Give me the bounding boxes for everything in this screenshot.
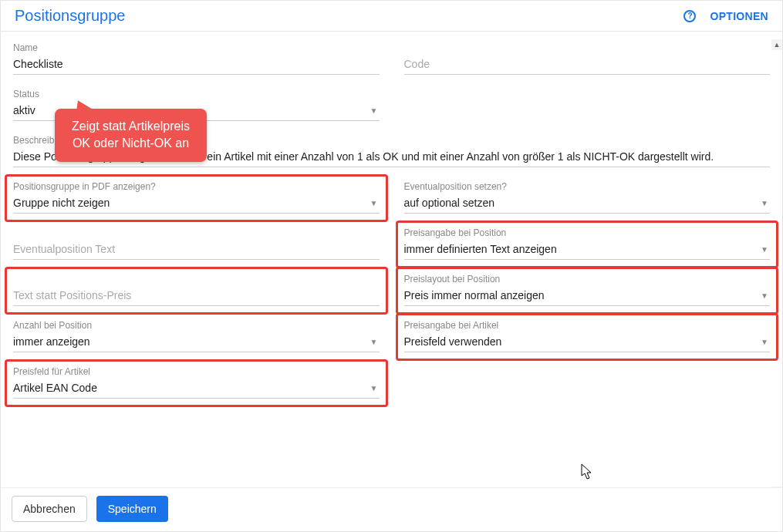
field-value: immer anzeigen [13,335,90,348]
chevron-down-icon: ▼ [761,291,770,300]
header: Positionsgruppe ? OPTIONEN [1,1,782,32]
highlight-box: Positionsgruppe in PDF anzeigen? Gruppe … [5,174,388,222]
field-label: Preisangabe bei Artikel [404,320,771,331]
field-label: Preislayout bei Position [404,274,771,285]
field-label: Preisangabe bei Position [404,227,771,238]
field-label [13,227,380,238]
callout-line: OK oder Nicht-OK an [72,135,190,152]
save-button[interactable]: Speichern [96,496,168,522]
text-statt-preis-field[interactable]: Text statt Positions-Preis [13,274,380,306]
options-button[interactable]: OPTIONEN [710,10,768,22]
chevron-down-icon: ▼ [761,199,770,207]
field-value: Preis immer normal anzeigen [404,289,545,301]
chevron-down-icon: ▼ [370,338,380,346]
field-label [404,42,771,53]
page-title: Positionsgruppe [15,7,125,25]
preisangabe-artikel-select[interactable]: Preisangabe bei Artikel Preisfeld verwen… [404,320,771,352]
chevron-down-icon: ▼ [370,384,380,392]
highlight-box: Text statt Positions-Preis [5,267,388,315]
highlight-box: Preislayout bei Position Preis immer nor… [396,267,779,315]
preisfeld-artikel-select[interactable]: Preisfeld für Artikel Artikel EAN Code ▼ [13,366,380,399]
name-field[interactable]: Name Checkliste [13,42,380,75]
field-label: Positionsgruppe in PDF anzeigen? [13,181,380,192]
footer: Abbrechen Speichern [1,487,782,531]
field-placeholder: Eventualposition Text [13,243,115,255]
eventualposition-text-field[interactable]: Eventualposition Text [13,227,380,260]
field-label: Anzahl bei Position [13,320,380,331]
chevron-down-icon: ▼ [370,106,380,115]
anzahl-position-select[interactable]: Anzahl bei Position immer anzeigen ▼ [13,320,380,352]
callout-line: Zeigt statt Artikelpreis [72,118,190,135]
chevron-down-icon: ▼ [761,338,770,346]
pdf-anzeigen-select[interactable]: Positionsgruppe in PDF anzeigen? Gruppe … [13,181,380,214]
field-value: Checkliste [13,58,63,70]
cancel-button[interactable]: Abbrechen [12,496,87,522]
cursor-icon [581,463,593,480]
field-value: aktiv [13,104,35,116]
field-value: auf optional setzen [404,197,495,209]
field-placeholder: Code [404,58,430,70]
highlight-box: Preisfeld für Artikel Artikel EAN Code ▼ [5,359,388,407]
field-label [13,274,380,285]
highlight-box: Preisangabe bei Position immer definiert… [396,221,779,268]
field-label: Preisfeld für Artikel [13,366,380,377]
field-value: immer definierten Text anzeigen [404,243,557,255]
field-label: Name [13,42,380,53]
code-field[interactable]: Code [404,42,771,75]
spacer [13,412,770,459]
chevron-down-icon: ▼ [370,199,380,207]
header-actions: ? OPTIONEN [683,10,768,22]
chevron-down-icon: ▼ [761,245,770,254]
field-value: Gruppe nicht zeigen [13,197,110,209]
highlight-box: Preisangabe bei Artikel Preisfeld verwen… [396,313,779,361]
field-value: Artikel EAN Code [13,382,97,394]
field-label: Eventualposition setzen? [404,181,771,192]
field-label: Status [13,89,380,99]
field-placeholder: Text statt Positions-Preis [13,289,131,301]
field-value: Preisfeld verwenden [404,335,502,348]
preislayout-position-select[interactable]: Preislayout bei Position Preis immer nor… [404,274,771,306]
help-icon[interactable]: ? [683,10,696,22]
content-area: Zeigt statt Artikelpreis OK oder Nicht-O… [1,32,782,491]
app-window: Positionsgruppe ? OPTIONEN ▲ Zeigt statt… [0,0,783,532]
preisangabe-position-select[interactable]: Preisangabe bei Position immer definiert… [404,227,771,260]
annotation-callout: Zeigt statt Artikelpreis OK oder Nicht-O… [55,109,207,162]
eventualposition-setzen-select[interactable]: Eventualposition setzen? auf optional se… [404,181,771,214]
